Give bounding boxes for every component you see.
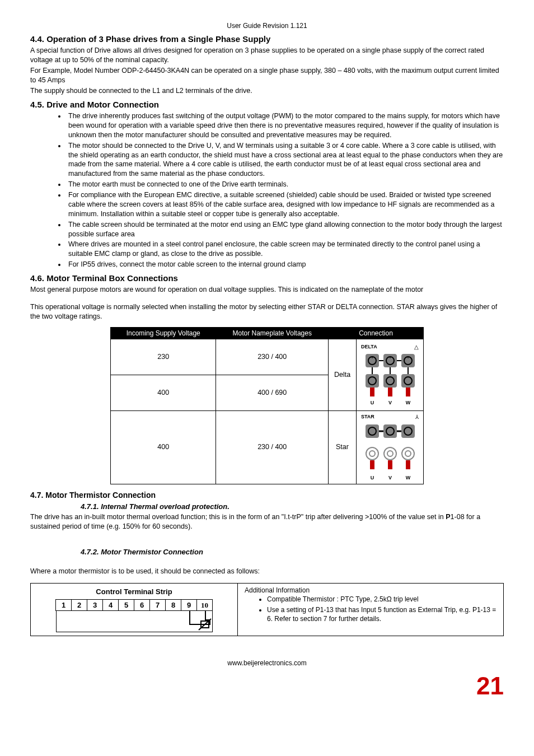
svg-rect-37	[406, 460, 410, 469]
svg-rect-4	[401, 354, 415, 367]
section-4-4-title: 4.4. Operation of 3 Phase drives from a …	[30, 34, 504, 45]
list-item: For IP55 drives, connect the motor cable…	[66, 260, 504, 269]
star-terminal-svg: U V W	[362, 421, 418, 482]
section-4-7-1-title: 4.7.1. Internal Thermal overload protect…	[81, 502, 504, 512]
list-item: The cable screen should be terminated at…	[66, 220, 504, 239]
th-supply: Incoming Supply Voltage	[111, 327, 216, 339]
td-nameplate: 230 / 400	[216, 339, 329, 375]
delta-diagram: DELTA △	[357, 339, 424, 411]
svg-point-31	[384, 447, 396, 460]
svg-point-34	[405, 451, 411, 456]
list-item: Compatible Thermistor : PTC Type, 2.5kΩ …	[267, 595, 499, 604]
star-icon: ⅄	[415, 413, 419, 421]
td-nameplate: 400 / 690	[216, 375, 329, 411]
terminal-7: 7	[150, 599, 166, 611]
terminal-9: 9	[181, 599, 197, 611]
terminal-4: 4	[103, 599, 119, 611]
list-item: The motor should be connected to the Dri…	[66, 141, 504, 179]
section-4-6-title: 4.6. Motor Terminal Box Connections	[30, 273, 504, 284]
footer-url: www.beijerelectronics.com	[30, 659, 504, 668]
svg-rect-21	[366, 424, 379, 438]
s45-bullet-list: The drive inherently produces fast switc…	[30, 111, 504, 269]
page-number: 21	[30, 669, 504, 702]
terminal-6: 6	[134, 599, 150, 611]
svg-rect-2	[383, 354, 397, 367]
svg-rect-16	[388, 388, 392, 396]
s472-intro: Where a motor thermistor is to be used, …	[30, 567, 504, 576]
svg-point-32	[387, 451, 393, 456]
terminal-8: 8	[166, 599, 181, 611]
list-item: Use a setting of P1-13 that has Input 5 …	[267, 605, 499, 623]
svg-point-30	[369, 451, 375, 456]
s44-p2: For Example, Model Number ODP-2-64450-3K…	[30, 66, 504, 85]
svg-rect-6	[366, 374, 379, 388]
delta-icon: △	[414, 343, 419, 351]
list-item: Where drives are mounted in a steel cont…	[66, 240, 504, 259]
s46-p1: Most general purpose motors are wound fo…	[30, 285, 504, 295]
svg-text:U: U	[370, 400, 374, 405]
svg-rect-35	[370, 460, 374, 469]
svg-rect-15	[370, 388, 374, 396]
s471-p: The drive has an in-built motor thermal …	[30, 512, 504, 531]
terminal-10: 10	[197, 599, 213, 611]
star-label: STAR	[361, 413, 374, 421]
svg-text:W: W	[405, 400, 410, 405]
th-connection: Connection	[329, 327, 424, 339]
td-conn-delta: Delta	[329, 339, 357, 411]
svg-rect-23	[383, 424, 397, 438]
thermistor-wiring-diagram	[56, 611, 213, 632]
svg-rect-8	[383, 374, 397, 388]
list-item: The motor earth must be connected to one…	[66, 180, 504, 189]
thermistor-connection-box: Control Terminal Strip 1 2 3 4 5 6 7 8 9…	[30, 583, 504, 636]
control-terminal-strip-panel: Control Terminal Strip 1 2 3 4 5 6 7 8 9…	[31, 584, 238, 636]
star-diagram: STAR ⅄	[357, 411, 424, 484]
svg-text:U: U	[370, 475, 374, 480]
delta-terminal-svg: U V W	[362, 351, 418, 407]
s44-p1: A special function of Drive allows all d…	[30, 46, 504, 65]
section-4-7-2-title: 4.7.2. Motor Thermistor Connection	[81, 547, 504, 557]
svg-rect-25	[401, 424, 415, 438]
s46-p2: This operational voltage is normally sel…	[30, 302, 504, 321]
terminal-2: 2	[72, 599, 87, 611]
td-supply: 400	[111, 411, 216, 484]
svg-text:W: W	[405, 475, 410, 480]
list-item: For compliance with the European EMC dir…	[66, 190, 504, 219]
terminal-5: 5	[119, 599, 134, 611]
svg-rect-36	[388, 460, 392, 469]
svg-point-33	[402, 447, 414, 460]
td-conn-star: Star	[329, 411, 357, 484]
additional-info-list: Compatible Thermistor : PTC Type, 2.5kΩ …	[245, 595, 499, 623]
additional-info-panel: Additional Information Compatible Thermi…	[238, 584, 503, 636]
th-nameplate: Motor Nameplate Voltages	[216, 327, 329, 339]
list-item: The drive inherently produces fast switc…	[66, 111, 504, 140]
svg-rect-17	[406, 388, 410, 396]
svg-point-29	[366, 447, 378, 460]
td-supply: 230	[111, 339, 216, 375]
terminal-strip-table: 1 2 3 4 5 6 7 8 9 10	[55, 599, 213, 612]
svg-text:V: V	[388, 400, 391, 405]
section-4-7-title: 4.7. Motor Thermistor Connection	[30, 490, 504, 501]
td-nameplate: 230 / 400	[216, 411, 329, 484]
connection-table: Incoming Supply Voltage Motor Nameplate …	[110, 327, 424, 484]
page-header-revision: User Guide Revision 1.121	[30, 21, 504, 30]
delta-label: DELTA	[361, 343, 377, 351]
td-supply: 400	[111, 375, 216, 411]
s44-p3: The supply should be connected to the L1…	[30, 86, 504, 96]
control-terminal-strip-title: Control Terminal Strip	[34, 587, 234, 597]
additional-info-title: Additional Information	[245, 586, 499, 595]
terminal-1: 1	[56, 599, 72, 611]
terminal-3: 3	[87, 599, 103, 611]
svg-rect-0	[366, 354, 379, 367]
svg-text:V: V	[388, 475, 391, 480]
svg-rect-10	[401, 374, 415, 388]
section-4-5-title: 4.5. Drive and Motor Connection	[30, 99, 504, 110]
